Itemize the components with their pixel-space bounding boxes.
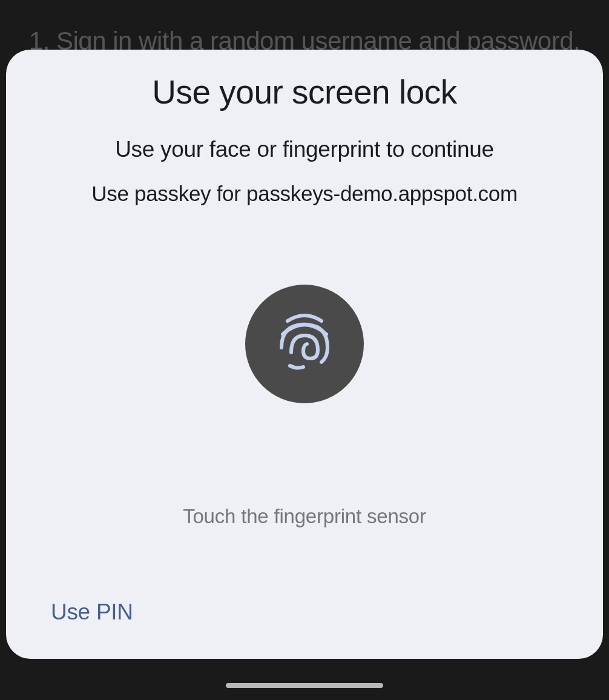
fingerprint-sensor-area[interactable] — [245, 285, 364, 403]
biometric-prompt-sheet: Use your screen lock Use your face or fi… — [6, 50, 603, 659]
use-pin-button[interactable]: Use PIN — [47, 595, 137, 630]
passkey-description: Use passkey for passkeys-demo.appspot.co… — [91, 182, 518, 206]
fingerprint-hint: Touch the fingerprint sensor — [183, 505, 426, 528]
fingerprint-circle — [245, 285, 364, 403]
dialog-subtitle: Use your face or fingerprint to continue — [115, 137, 494, 162]
dialog-title: Use your screen lock — [152, 73, 457, 111]
dialog-actions: Use PIN — [6, 595, 603, 630]
fingerprint-icon — [277, 312, 332, 375]
navigation-handle[interactable] — [226, 683, 383, 688]
